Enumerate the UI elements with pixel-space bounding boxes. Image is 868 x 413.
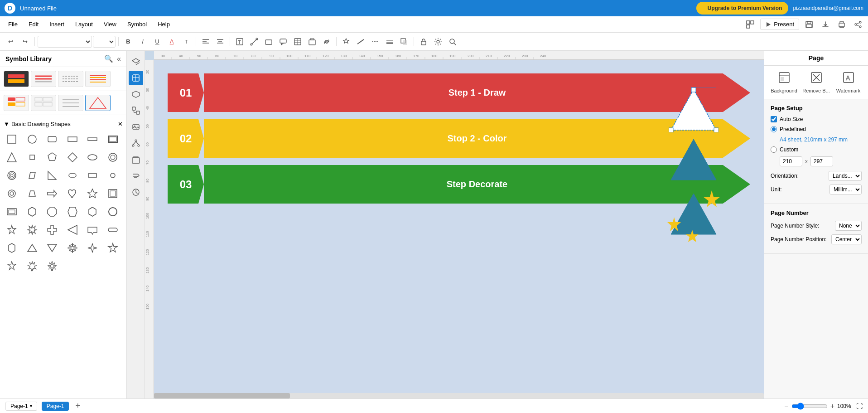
lib-thumb-3[interactable] <box>58 71 83 87</box>
menu-view[interactable]: View <box>99 19 121 29</box>
shape-rounded-hex[interactable] <box>84 204 101 220</box>
shape-rounded-rect[interactable] <box>44 131 60 147</box>
lib-thumb-4[interactable] <box>85 71 111 87</box>
page-tab-1[interactable]: Page-1 ▾ <box>5 402 37 411</box>
download-icon[interactable] <box>819 18 832 31</box>
shape-octagon[interactable] <box>44 204 60 220</box>
link-button[interactable] <box>320 35 333 49</box>
font-size-select[interactable] <box>93 36 116 48</box>
shape-hexsmall[interactable] <box>4 240 20 256</box>
shape-trapezoid[interactable] <box>24 185 40 202</box>
shape-star8[interactable] <box>24 258 40 274</box>
shape-right-triangle[interactable] <box>44 167 60 184</box>
h-scrollbar[interactable] <box>154 393 764 398</box>
text-tool-button[interactable]: T <box>233 35 246 49</box>
shape-ring[interactable] <box>105 149 121 165</box>
zoom-slider[interactable] <box>791 403 828 410</box>
orientation-select[interactable]: Lands... <box>829 171 862 181</box>
nav-layers[interactable] <box>129 54 143 69</box>
shadow-button[interactable] <box>397 35 411 49</box>
lib-thumb-5[interactable] <box>4 95 29 111</box>
shape-left-triangle[interactable] <box>64 222 81 238</box>
shape-double-ring[interactable] <box>4 167 20 184</box>
shape-tri3[interactable] <box>44 240 60 256</box>
step-row-1[interactable]: 01 Step 1 - Draw <box>168 73 750 112</box>
zoom-out-button[interactable]: − <box>784 402 788 410</box>
canvas-content[interactable]: 01 Step 1 - Draw 02 Stop 2 - Color 03 St… <box>154 60 764 398</box>
line-style-button[interactable] <box>368 35 382 49</box>
container-button[interactable] <box>305 35 319 49</box>
shape-hex7[interactable] <box>64 204 81 220</box>
panel-header[interactable]: ▼ Basic Drawing Shapes ✕ <box>4 119 123 131</box>
search-toolbar-button[interactable] <box>446 35 459 49</box>
shape-star6b[interactable] <box>4 258 20 274</box>
shape-wide-frame[interactable] <box>4 204 20 220</box>
nav-history[interactable] <box>129 185 143 199</box>
shape-small-square[interactable] <box>24 149 40 165</box>
shape-square[interactable] <box>4 131 20 147</box>
lib-thumb-6[interactable] <box>31 95 56 111</box>
filename[interactable]: Unnamed File <box>20 5 57 12</box>
auto-size-checkbox[interactable] <box>771 116 777 122</box>
connector-button[interactable] <box>247 35 261 49</box>
shape-frame[interactable] <box>105 185 121 202</box>
upgrade-button[interactable]: Upgrade to Premium Version <box>696 2 788 15</box>
shape-parallelogram[interactable] <box>24 167 40 184</box>
shape-starburst2[interactable] <box>64 240 81 256</box>
predefined-radio[interactable] <box>771 126 777 132</box>
menu-help[interactable]: Help <box>153 19 174 29</box>
h-scrollbar-thumb[interactable] <box>154 393 290 398</box>
unit-select[interactable]: Millim... <box>829 185 862 194</box>
text-size-button[interactable]: T <box>179 35 193 49</box>
custom-radio[interactable] <box>771 146 777 153</box>
undo-button[interactable]: ↩ <box>4 35 17 49</box>
lock-button[interactable] <box>417 35 430 49</box>
present-button[interactable]: Present <box>760 19 799 30</box>
align-center-button[interactable] <box>213 35 227 49</box>
height-input[interactable] <box>810 156 833 166</box>
shape-button[interactable] <box>262 35 275 49</box>
page-number-style-select[interactable]: None <box>835 221 862 231</box>
shape-wide-rect2[interactable] <box>84 131 101 147</box>
redo-button[interactable]: ↪ <box>18 35 32 49</box>
shape-rounded-sm[interactable] <box>64 167 81 184</box>
diagram-icon[interactable] <box>744 18 757 31</box>
shape-rect-r[interactable] <box>105 222 121 238</box>
shape-arrow[interactable] <box>44 185 60 202</box>
shape-tri2[interactable] <box>24 240 40 256</box>
table-button[interactable] <box>291 35 304 49</box>
print-icon[interactable] <box>835 18 848 31</box>
font-color-button[interactable]: A <box>165 35 178 49</box>
shape-star4[interactable] <box>84 240 101 256</box>
add-page-button[interactable]: + <box>73 401 82 411</box>
bold-button[interactable]: B <box>121 35 135 49</box>
collapse-sidebar-button[interactable]: « <box>117 55 121 63</box>
menu-edit[interactable]: Edit <box>24 19 43 29</box>
shape-cross[interactable] <box>44 222 60 238</box>
lib-thumb-8[interactable] <box>85 95 111 111</box>
shape-star5[interactable] <box>84 185 101 202</box>
menu-file[interactable]: File <box>4 19 22 29</box>
settings-button[interactable] <box>431 35 445 49</box>
width-input[interactable] <box>780 156 802 166</box>
nav-connect[interactable] <box>129 103 143 118</box>
nav-image[interactable] <box>129 120 143 134</box>
callout-button[interactable] <box>276 35 290 49</box>
fill-color-button[interactable] <box>339 35 353 49</box>
font-family-select[interactable] <box>38 36 92 48</box>
save-icon[interactable] <box>803 18 815 31</box>
watermark-action[interactable]: A Watermark <box>834 71 863 93</box>
nav-container[interactable] <box>129 152 143 167</box>
lib-thumb-1[interactable] <box>4 71 29 87</box>
step-row-2[interactable]: 02 Stop 2 - Color <box>168 119 750 158</box>
shape-star6[interactable] <box>4 222 20 238</box>
shape-wide-rect[interactable] <box>64 131 81 147</box>
shape-small-rect[interactable] <box>84 167 101 184</box>
triangle-1-shape[interactable] <box>669 87 719 132</box>
canvas-area[interactable]: 30 40 50 60 70 80 90 100 110 120 130 140… <box>145 51 764 398</box>
menu-insert[interactable]: Insert <box>45 19 69 29</box>
page-number-position-select[interactable]: Center <box>831 234 862 244</box>
panel-close-icon[interactable]: ✕ <box>118 121 123 127</box>
step-row-3[interactable]: 03 Step Decorate <box>168 165 750 204</box>
shape-pentagon[interactable] <box>44 149 60 165</box>
